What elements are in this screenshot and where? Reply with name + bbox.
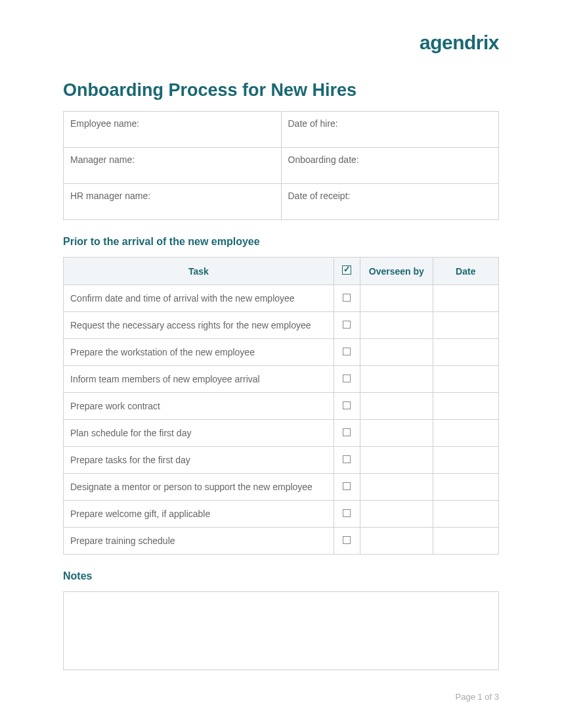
task-label: Confirm date and time of arrival with th… — [64, 285, 334, 312]
task-row: Confirm date and time of arrival with th… — [64, 285, 499, 312]
date-header: Date — [433, 258, 498, 285]
task-date-cell[interactable] — [433, 393, 498, 420]
task-date-cell[interactable] — [433, 501, 498, 528]
task-row: Designate a mentor or person to support … — [64, 474, 499, 501]
page-title: Onboarding Process for New Hires — [63, 80, 499, 101]
task-header: Task — [64, 258, 334, 285]
notes-title: Notes — [63, 570, 499, 582]
task-date-cell[interactable] — [433, 420, 498, 447]
task-row: Inform team members of new employee arri… — [64, 366, 499, 393]
task-checkbox-cell[interactable] — [334, 528, 360, 555]
logo: agendrix — [63, 32, 499, 54]
task-overseen-cell[interactable] — [360, 285, 433, 312]
task-row: Request the necessary access rights for … — [64, 312, 499, 339]
task-checkbox-cell[interactable] — [334, 339, 360, 366]
date-of-receipt-cell[interactable]: Date of receipt: — [281, 184, 499, 220]
checkbox-icon[interactable] — [343, 401, 351, 409]
task-date-cell[interactable] — [433, 528, 498, 555]
page-footer: Page 1 of 3 — [456, 692, 500, 702]
checkbox-icon[interactable] — [343, 294, 351, 302]
task-row: Plan schedule for the first day — [64, 420, 499, 447]
task-row: Prepare training schedule — [64, 528, 499, 555]
task-overseen-cell[interactable] — [360, 420, 433, 447]
task-overseen-cell[interactable] — [360, 447, 433, 474]
task-overseen-cell[interactable] — [360, 339, 433, 366]
checkmark-icon — [342, 265, 351, 275]
task-label: Inform team members of new employee arri… — [64, 366, 334, 393]
task-label: Prepare tasks for the first day — [64, 447, 334, 474]
checkbox-icon[interactable] — [343, 509, 351, 517]
task-overseen-cell[interactable] — [360, 393, 433, 420]
task-date-cell[interactable] — [433, 312, 498, 339]
section-prior-arrival-title: Prior to the arrival of the new employee — [63, 236, 499, 248]
task-overseen-cell[interactable] — [360, 366, 433, 393]
task-label: Prepare work contract — [64, 393, 334, 420]
task-checkbox-cell[interactable] — [334, 501, 360, 528]
task-row: Prepare welcome gift, if applicable — [64, 501, 499, 528]
task-date-cell[interactable] — [433, 285, 498, 312]
task-checkbox-cell[interactable] — [334, 366, 360, 393]
checkbox-icon[interactable] — [343, 455, 351, 463]
employee-name-cell[interactable]: Employee name: — [64, 112, 282, 148]
checkbox-icon[interactable] — [343, 348, 351, 355]
task-date-cell[interactable] — [433, 447, 498, 474]
check-header — [334, 258, 360, 285]
info-table: Employee name: Date of hire: Manager nam… — [63, 111, 499, 220]
checkbox-icon[interactable] — [343, 536, 351, 544]
task-date-cell[interactable] — [433, 339, 498, 366]
manager-name-cell[interactable]: Manager name: — [64, 148, 282, 184]
task-row: Prepare tasks for the first day — [64, 447, 499, 474]
task-label: Plan schedule for the first day — [64, 420, 334, 447]
checkbox-icon[interactable] — [343, 375, 351, 382]
task-checkbox-cell[interactable] — [334, 420, 360, 447]
tasks-table: Task Overseen by Date Confirm date and t… — [63, 257, 499, 555]
task-checkbox-cell[interactable] — [334, 285, 360, 312]
task-checkbox-cell[interactable] — [334, 474, 360, 501]
overseen-header: Overseen by — [360, 258, 433, 285]
task-label: Prepare training schedule — [64, 528, 334, 555]
onboarding-date-cell[interactable]: Onboarding date: — [281, 148, 499, 184]
task-overseen-cell[interactable] — [360, 528, 433, 555]
task-label: Request the necessary access rights for … — [64, 312, 334, 339]
date-of-hire-cell[interactable]: Date of hire: — [281, 112, 499, 148]
checkbox-icon[interactable] — [343, 321, 351, 329]
task-row: Prepare the workstation of the new emplo… — [64, 339, 499, 366]
checkbox-icon[interactable] — [343, 428, 351, 436]
task-overseen-cell[interactable] — [360, 312, 433, 339]
task-label: Prepare welcome gift, if applicable — [64, 501, 334, 528]
task-checkbox-cell[interactable] — [334, 312, 360, 339]
task-overseen-cell[interactable] — [360, 474, 433, 501]
task-date-cell[interactable] — [433, 366, 498, 393]
task-label: Designate a mentor or person to support … — [64, 474, 334, 501]
checkbox-icon[interactable] — [343, 482, 351, 490]
task-date-cell[interactable] — [433, 474, 498, 501]
task-checkbox-cell[interactable] — [334, 447, 360, 474]
notes-box[interactable] — [63, 591, 499, 670]
task-label: Prepare the workstation of the new emplo… — [64, 339, 334, 366]
task-row: Prepare work contract — [64, 393, 499, 420]
hr-manager-name-cell[interactable]: HR manager name: — [64, 184, 282, 220]
task-overseen-cell[interactable] — [360, 501, 433, 528]
task-checkbox-cell[interactable] — [334, 393, 360, 420]
